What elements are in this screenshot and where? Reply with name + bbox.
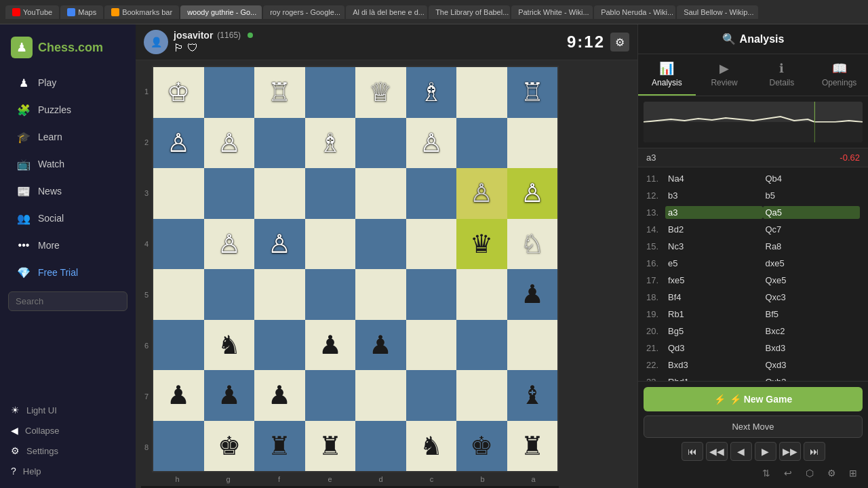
board-cell[interactable]: ♖ — [507, 67, 558, 118]
board-cell[interactable]: ♟ — [254, 370, 305, 421]
nav-next-next-button[interactable]: ▶▶ — [779, 442, 801, 461]
move-white[interactable]: b3 — [665, 189, 763, 202]
board-cell[interactable]: ♛ — [456, 219, 507, 270]
tab-chess[interactable]: woody guthrie - Go... — [180, 5, 262, 19]
tab-openings[interactable]: 📖 Openings — [810, 54, 868, 96]
tab-5[interactable]: Patrick White - Wiki... — [511, 5, 593, 19]
board-cell[interactable]: ♝ — [507, 370, 558, 421]
board-cell[interactable] — [254, 118, 305, 169]
sidebar-item-play[interactable]: ♟ Play — [5, 70, 130, 96]
move-black[interactable]: Bxd3 — [763, 342, 861, 354]
move-white[interactable]: Bg5 — [665, 325, 763, 338]
board-cell[interactable] — [305, 370, 356, 421]
chess-piece[interactable]: ♚ — [470, 433, 493, 459]
tab-6[interactable]: Pablo Neruda - Wiki... — [594, 5, 675, 19]
chess-piece[interactable]: ♜ — [521, 433, 544, 459]
move-white[interactable]: Nc3 — [665, 240, 763, 253]
next-move-button[interactable]: Next Move — [644, 415, 863, 438]
move-white[interactable]: Rb1 — [665, 308, 763, 321]
board-cell[interactable]: ♜ — [254, 421, 305, 472]
chess-piece[interactable]: ♖ — [268, 79, 291, 105]
more-button[interactable]: ⊞ — [844, 464, 863, 483]
board-cell[interactable]: ♟ — [153, 370, 204, 421]
sidebar-item-puzzles[interactable]: 🧩 Puzzles — [5, 97, 130, 123]
board-cell[interactable] — [254, 269, 305, 320]
board-cell[interactable]: ♙ — [507, 168, 558, 219]
board-cell[interactable]: ♙ — [456, 168, 507, 219]
move-white[interactable]: Rbd1 — [665, 375, 763, 381]
board-cell[interactable] — [305, 269, 356, 320]
settings-extra-button[interactable]: ⚙ — [822, 464, 841, 483]
chess-piece[interactable]: ♗ — [319, 130, 342, 156]
tab-bookmarks[interactable]: Bookmarks bar — [104, 5, 179, 19]
board-cell[interactable] — [204, 269, 255, 320]
move-white[interactable]: Bf4 — [665, 291, 763, 304]
board-cell[interactable] — [153, 320, 204, 371]
chess-piece[interactable]: ♙ — [218, 130, 241, 156]
board-cell[interactable]: ♖ — [254, 67, 305, 118]
board-cell[interactable] — [355, 269, 406, 320]
tab-4[interactable]: The Library of Babel... — [429, 5, 510, 19]
chess-board[interactable]: ♔♖♕♗♖♙♙♗♙♙♙♙♙♛♘♟♞♟♟♟♟♟♝♚♜♜♞♚♜ — [152, 66, 559, 472]
move-white[interactable]: e5 — [665, 257, 763, 270]
move-white[interactable]: Na4 — [665, 172, 763, 185]
chess-piece[interactable]: ♟ — [319, 332, 342, 358]
board-cell[interactable]: ♜ — [507, 421, 558, 472]
board-cell[interactable]: ♚ — [456, 421, 507, 472]
move-black[interactable]: Qb4 — [763, 172, 861, 185]
board-cell[interactable] — [305, 219, 356, 270]
chess-piece[interactable]: ♚ — [218, 433, 241, 459]
move-black[interactable]: Qxd3 — [763, 359, 861, 371]
logo[interactable]: ♟ Chess.com — [0, 31, 136, 69]
move-white[interactable]: Bd2 — [665, 223, 763, 236]
move-black[interactable]: Bf5 — [763, 308, 861, 321]
board-cell[interactable] — [456, 370, 507, 421]
move-black[interactable]: Qxe5 — [763, 274, 861, 287]
chess-piece[interactable]: ♗ — [420, 79, 443, 105]
flip-board-button[interactable]: ⇅ — [757, 464, 776, 483]
board-cell[interactable] — [355, 421, 406, 472]
tab-maps[interactable]: Maps — [60, 5, 103, 19]
chess-piece[interactable]: ♝ — [521, 382, 544, 408]
move-black[interactable]: Qc7 — [763, 223, 861, 236]
board-cell[interactable]: ♞ — [406, 421, 457, 472]
chess-piece[interactable]: ♙ — [420, 130, 443, 156]
board-cell[interactable] — [305, 67, 356, 118]
move-black[interactable]: Qxc3 — [763, 291, 861, 304]
board-cell[interactable] — [355, 168, 406, 219]
move-black[interactable]: Bxc2 — [763, 325, 861, 338]
board-cell[interactable] — [254, 320, 305, 371]
chess-piece[interactable]: ♜ — [268, 433, 291, 459]
tab-3[interactable]: Al di là del bene e d... — [346, 5, 427, 19]
nav-next-button[interactable]: ▶ — [755, 442, 776, 461]
sidebar-item-learn[interactable]: 🎓 Learn — [5, 124, 130, 150]
chess-piece[interactable]: ♞ — [420, 433, 443, 459]
board-cell[interactable] — [254, 168, 305, 219]
move-white[interactable]: Qd3 — [665, 342, 763, 354]
board-cell[interactable]: ♚ — [204, 421, 255, 472]
sidebar-item-watch[interactable]: 📺 Watch — [5, 151, 130, 177]
board-cell[interactable] — [305, 168, 356, 219]
nav-last-button[interactable]: ⏭ — [804, 442, 825, 461]
gear-button[interactable]: ⚙ — [610, 33, 629, 52]
collapse-button[interactable]: ◀ Collapse — [0, 420, 136, 441]
board-cell[interactable] — [406, 320, 457, 371]
board-cell[interactable]: ♙ — [406, 118, 457, 169]
chess-piece[interactable]: ♟ — [167, 382, 190, 408]
board-cell[interactable]: ♙ — [204, 118, 255, 169]
tab-2[interactable]: roy rogers - Google... — [263, 5, 344, 19]
new-game-button[interactable]: ⚡ ⚡ New Game — [644, 387, 863, 411]
move-black[interactable]: dxe5 — [763, 257, 861, 270]
chess-piece[interactable]: ♜ — [319, 433, 342, 459]
chess-piece[interactable]: ♟ — [268, 382, 291, 408]
board-cell[interactable] — [204, 67, 255, 118]
tab-analysis[interactable]: 📊 Analysis — [638, 54, 696, 96]
settings-button[interactable]: ⚙ Settings — [0, 441, 136, 461]
board-cell[interactable] — [507, 320, 558, 371]
tab-7[interactable]: Saul Bellow - Wikip... — [677, 5, 758, 19]
tab-review[interactable]: ▶ Review — [696, 54, 753, 96]
chess-piece[interactable]: ♟ — [369, 332, 392, 358]
board-cell[interactable]: ♘ — [507, 219, 558, 270]
move-white[interactable]: Bxd3 — [665, 359, 763, 371]
move-white[interactable]: a3 — [665, 206, 763, 219]
